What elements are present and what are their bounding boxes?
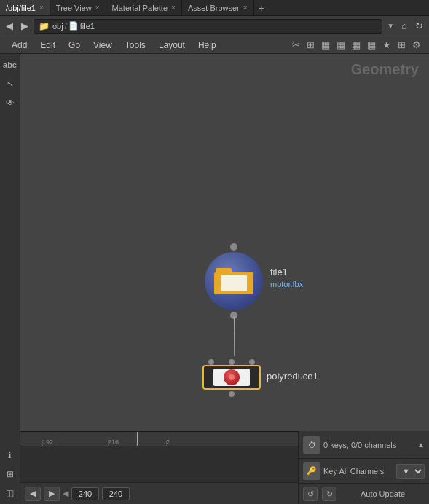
trp-keys-row: ⏱ 0 keys, 0/0 channels ▲ [299,431,429,459]
trp-auto-update-label: Auto Update [341,489,425,498]
trp-up-arrow[interactable]: ▲ [417,441,425,449]
cut-icon[interactable]: ✂ [290,38,302,52]
trp-step-btn[interactable]: ↻ [322,487,336,501]
next-frame-button[interactable]: ▶ [44,487,60,501]
poly-dot-bottom [229,391,235,397]
menu-edit[interactable]: Edit [34,39,61,52]
poly-dot-2 [229,359,235,365]
sidebar-icon-text[interactable]: abc [2,57,18,73]
grid-icon-1[interactable]: ⊞ [304,38,317,52]
canvas-label: Geometry [351,61,419,78]
path-bar[interactable]: 📁 obj / 📄 file1 [34,19,382,34]
timeline-tracks [20,446,298,482]
settings-icon[interactable]: ⚙ [410,38,423,52]
menu-layout[interactable]: Layout [153,39,191,52]
toolbar: ◀ ▶ 📁 obj / 📄 file1 ▼ ⌂ ↻ [0,16,429,36]
path-caret-button[interactable]: ▼ [385,22,396,30]
frame-label: ◀ [63,489,68,498]
timeline-right-panel: ⏱ 0 keys, 0/0 channels ▲ 🔑 Key All Chann… [298,431,429,504]
step-icon: ↻ [326,489,333,499]
timeline-scrubber[interactable] [137,432,138,446]
ruler-mark-192: 192 [42,438,53,446]
sidebar-icon-grid[interactable]: ⊞ [2,466,18,482]
menu-add[interactable]: Add [6,39,33,52]
poly-dot-3 [249,359,255,365]
path-obj: obj [52,22,63,31]
frame-end-input[interactable] [102,487,130,500]
node-poly-label: polyreduce1 [267,371,318,382]
frame-start-input[interactable] [71,487,99,500]
grid-icon-5[interactable]: ▦ [365,38,378,52]
menu-right-icons: ✂ ⊞ ▦ ▦ ▦ ▦ ★ ⊞ ⚙ [290,38,423,52]
menu-view[interactable]: View [87,39,118,52]
sidebar-icon-info[interactable]: ℹ [2,447,18,463]
tab-label: Asset Browser [188,4,240,12]
left-sidebar: abc ↖ 👁 ℹ ⊞ ◫ [0,54,20,504]
eye-icon: 👁 [6,98,15,108]
refresh-button[interactable]: ↻ [412,19,426,33]
close-tab-icon[interactable]: × [171,4,176,12]
tab-material-palette[interactable]: Material Palette × [106,0,182,15]
trp-key-all-row: 🔑 Key All Channels ▼ [299,459,429,484]
tab-tree-view[interactable]: Tree View × [50,0,106,15]
close-tab-icon[interactable]: × [95,4,100,12]
tab-label: /obj/file1 [6,4,36,12]
rewind-icon: ↺ [307,489,314,499]
ruler-mark-216: 216 [108,438,119,446]
node-polyreduce1[interactable]: polyreduce1 [202,358,261,397]
node-poly-connectors-top [208,359,255,365]
folder-icon [214,268,253,294]
sidebar-icon-eye[interactable]: 👁 [2,95,18,111]
key-all-dropdown[interactable]: ▼ [396,464,425,479]
close-tab-icon[interactable]: × [39,4,44,12]
grid-icon-3[interactable]: ▦ [334,38,347,52]
path-separator: / [65,22,67,31]
trp-auto-update-row: ↺ ↻ Auto Update [299,484,429,504]
tab-bar: /obj/file1 × Tree View × Material Palett… [0,0,429,16]
path-file-icon: 📄 [68,21,79,31]
prev-frame-button[interactable]: ◀ [25,487,41,501]
text-icon: abc [3,60,17,69]
forward-button[interactable]: ▶ [18,19,31,33]
ruler-tick-3 [166,441,167,446]
node-file1-connector-top [230,243,237,251]
node-poly-box [202,365,261,390]
view-icon[interactable]: ⊞ [395,38,408,52]
home-button[interactable]: ⌂ [398,19,410,33]
timeline-ruler: 192 216 2 [20,432,298,446]
trp-key-all-label: Key All Channels [323,467,393,476]
menu-tools[interactable]: Tools [119,39,151,52]
menu-bar: Add Edit Go View Tools Layout Help ✂ ⊞ ▦… [0,36,429,54]
keys-icon: ⏱ [308,441,316,449]
menu-help[interactable]: Help [192,39,222,52]
grid-icon-4[interactable]: ▦ [350,38,363,52]
sidebar-icon-view[interactable]: ◫ [2,485,18,501]
ruler-tick-2 [108,440,109,446]
canvas-area: Geometry file1 motor.fbx [20,54,429,431]
trp-rewind-btn[interactable]: ↺ [303,487,318,501]
add-tab-button[interactable]: + [254,2,269,14]
poly-dot-1 [208,359,214,365]
timeline-area: 192 216 2 ◀ ▶ ◀ [20,431,298,504]
trp-keys-text: 0 keys, 0/0 channels [323,441,414,449]
star-icon[interactable]: ★ [380,38,393,52]
trp-key-all-icon[interactable]: 🔑 [303,462,320,480]
back-button[interactable]: ◀ [3,19,16,33]
tab-label: Tree View [56,4,92,12]
tab-obj-file1[interactable]: /obj/file1 × [0,0,50,15]
arrow-icon: ↖ [7,79,14,89]
poly-box-icon [213,369,250,386]
grid-icon-2[interactable]: ▦ [319,38,332,52]
view-icon-2: ◫ [6,488,14,498]
node-file1-circle [205,252,263,310]
close-tab-icon[interactable]: × [243,4,248,12]
obj-icon: 📁 [39,21,50,31]
tab-asset-browser[interactable]: Asset Browser × [182,0,254,15]
trp-keys-icon[interactable]: ⏱ [303,436,320,454]
node-file1[interactable]: file1 motor.fbx [205,243,263,319]
poly-sphere-inner [229,374,235,380]
tab-label: Material Palette [112,4,168,12]
sidebar-icon-arrow[interactable]: ↖ [2,76,18,92]
menu-go[interactable]: Go [63,39,86,52]
timeline-bottom-bar: ◀ ▶ ◀ [20,482,298,504]
